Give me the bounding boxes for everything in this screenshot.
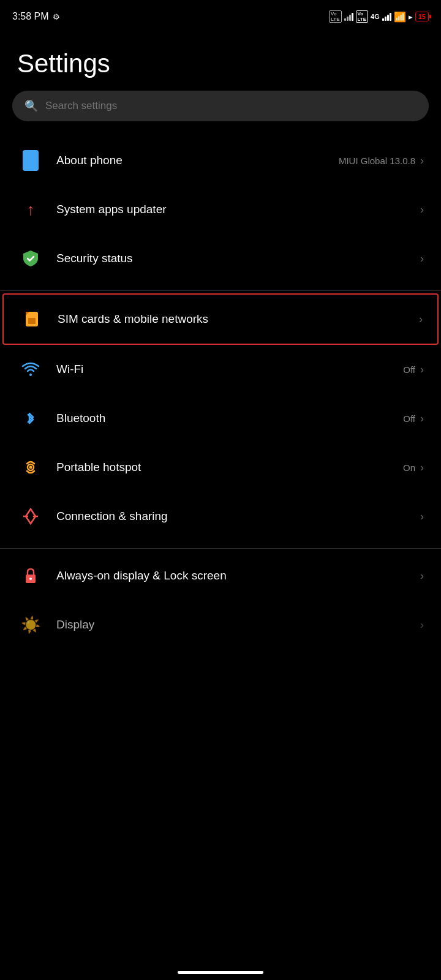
system-apps-label: System apps updater [56,203,418,216]
bt-chevron: › [420,412,424,425]
about-phone-content: About phone [56,154,339,167]
hotspot-chevron: › [420,461,424,474]
bt-label: Bluetooth [56,412,403,425]
security-chevron: › [420,252,424,265]
home-bar [178,971,263,974]
hotspot-icon [17,454,44,481]
wifi-chevron: › [420,363,424,376]
security-label: Security status [56,252,418,265]
svg-point-3 [29,374,32,376]
connection-chevron: › [420,510,424,523]
display-icon: ☀️ [17,611,44,638]
svg-rect-2 [28,318,36,324]
display-chevron: › [420,619,424,631]
settings-item-system-apps[interactable]: ↑ System apps updater › [0,185,441,234]
settings-item-lock-screen[interactable]: Always-on display & Lock screen › [0,551,441,600]
section-display: Always-on display & Lock screen › ☀️ Dis… [0,551,441,654]
sim-icon [18,306,45,333]
display-label: Display [56,618,418,631]
section-top: About phone MIUI Global 13.0.8 › ↑ Syste… [0,136,441,288]
settings-item-connection[interactable]: Connection & sharing › [0,492,441,541]
settings-item-security[interactable]: Security status › [0,234,441,283]
sim-label: SIM cards & mobile networks [58,312,417,326]
shield-icon [17,245,44,272]
settings-item-hotspot[interactable]: Portable hotspot On › [0,443,441,492]
page-title: Settings [0,31,441,91]
lock-screen-label: Always-on display & Lock screen [56,568,418,584]
status-time: 3:58 PM ⚙ [12,11,60,22]
wifi-status: Off [403,364,415,375]
lock-icon [17,562,44,589]
bt-status: Off [403,413,415,424]
volte1-icon: VoLTE [329,10,342,23]
search-input[interactable] [45,100,417,112]
hotspot-status: On [403,462,415,473]
status-icons: VoLTE VoLTE 4G 📶 ▸ 15 [329,10,429,23]
about-phone-chevron: › [420,154,424,167]
phone-icon [17,147,44,174]
signal-bars-2 [382,12,391,21]
wifi-signal-icon: ▸ [409,12,413,21]
hotspot-label: Portable hotspot [56,461,403,474]
settings-item-bluetooth[interactable]: Bluetooth Off › [0,394,441,443]
wifi-status-icon: 📶 [394,11,406,23]
lock-screen-chevron: › [420,570,424,582]
svg-point-10 [29,578,32,580]
connection-icon [17,503,44,530]
svg-point-5 [29,466,32,469]
search-icon: 🔍 [24,99,38,113]
about-phone-right: MIUI Global 13.0.8 › [339,154,424,167]
settings-item-display[interactable]: ☀️ Display › [0,600,441,649]
divider-1 [0,290,441,291]
connection-label: Connection & sharing [56,510,418,523]
section-connectivity: SIM cards & mobile networks › Wi-Fi Off … [0,293,441,546]
bluetooth-icon [17,405,44,432]
signal-bars-1 [344,12,353,21]
arrow-up-icon: ↑ [17,196,44,223]
gear-icon: ⚙ [53,12,60,21]
search-bar[interactable]: 🔍 [12,91,429,121]
volte2-icon: VoLTE [356,10,369,23]
wifi-icon [17,356,44,383]
settings-item-about-phone[interactable]: About phone MIUI Global 13.0.8 › [0,136,441,185]
wifi-label: Wi-Fi [56,363,403,376]
settings-item-sim-cards[interactable]: SIM cards & mobile networks › [2,293,439,345]
sim-chevron: › [419,313,423,326]
about-phone-sublabel: MIUI Global 13.0.8 [339,156,415,166]
battery-indicator: 15 [415,12,429,21]
divider-2 [0,548,441,549]
about-phone-label: About phone [56,154,339,167]
system-apps-chevron: › [420,203,424,216]
home-bar-container [0,961,441,980]
status-bar: 3:58 PM ⚙ VoLTE VoLTE 4G 📶 ▸ 15 [0,0,441,31]
settings-item-wifi[interactable]: Wi-Fi Off › [0,345,441,394]
4g-icon: 4G [371,13,380,20]
